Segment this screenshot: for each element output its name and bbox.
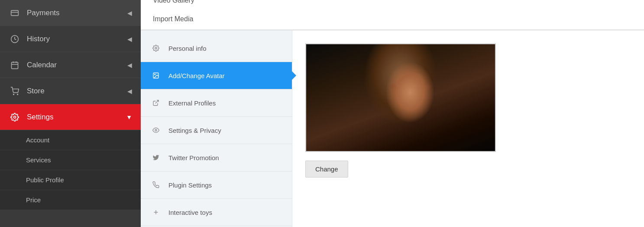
sidebar-sub-item-services[interactable]: Services [0, 150, 141, 170]
calendar-icon [9, 59, 21, 71]
sidebar-item-calendar[interactable]: Calendar ◀ [0, 52, 141, 78]
chevron-icon-payments: ◀ [127, 10, 132, 16]
panel-menu-label-settings-privacy: Settings & Privacy [168, 127, 221, 134]
panel-menu-item-settings-privacy[interactable]: Settings & Privacy [141, 117, 292, 144]
panel-menu-item-plugin-settings[interactable]: Plugin Settings [141, 171, 292, 199]
sidebar-label-calendar: Calendar [27, 61, 57, 69]
panel-menu-label-personal-info: Personal info [168, 45, 207, 52]
svg-point-7 [13, 94, 14, 95]
sidebar-label-payments: Payments [27, 9, 60, 17]
add-change-avatar-icon [149, 69, 162, 82]
panel-menu-item-twitter-promotion[interactable]: Twitter Promotion [141, 144, 292, 171]
svg-point-8 [17, 94, 18, 95]
svg-rect-3 [12, 62, 18, 69]
sidebar-sub-settings: AccountServicesPublic ProfilePrice [0, 130, 141, 210]
chevron-icon-calendar: ◀ [127, 62, 132, 69]
avatar-image-container [305, 43, 496, 152]
sidebar-label-history: History [27, 35, 50, 43]
sidebar-item-settings[interactable]: Settings ▼ [0, 104, 141, 130]
interactive-toys-icon [149, 206, 162, 219]
external-profiles-icon [149, 96, 162, 109]
sidebar-item-store[interactable]: Store ◀ [0, 78, 141, 104]
main-content: ProfilePhoto GalleryVideo GalleryImport … [141, 0, 644, 227]
plugin-settings-icon [149, 178, 162, 191]
content-area: Personal info Add/Change Avatar External… [141, 30, 644, 227]
panel-menu-label-add-change-avatar: Add/Change Avatar [168, 72, 225, 79]
panel-menu-label-external-profiles: External Profiles [168, 99, 216, 107]
panel-menu-item-add-change-avatar[interactable]: Add/Change Avatar [141, 62, 292, 89]
settings-privacy-icon [149, 124, 162, 137]
panel-menu: Personal info Add/Change Avatar External… [141, 30, 292, 227]
sidebar: Payments ◀ History ◀ Calendar ◀ Store ◀ … [0, 0, 141, 227]
svg-point-12 [155, 74, 155, 75]
tab-import-media[interactable]: Import Media [145, 11, 203, 30]
panel-menu-label-plugin-settings: Plugin Settings [168, 181, 212, 189]
tab-video-gallery[interactable]: Video Gallery [145, 0, 203, 12]
history-icon [9, 33, 21, 45]
panel-menu-label-interactive-toys: Interactive toys [168, 209, 212, 216]
settings-icon [9, 111, 21, 123]
panel-content: Change [292, 30, 644, 227]
sidebar-label-settings: Settings [27, 113, 53, 122]
twitter-promotion-icon [149, 151, 162, 164]
panel-menu-item-personal-info[interactable]: Personal info [141, 35, 292, 62]
avatar-image [306, 44, 495, 151]
panel-menu-item-external-profiles[interactable]: External Profiles [141, 89, 292, 117]
sidebar-sub-item-account[interactable]: Account [0, 130, 141, 150]
tabs-bar: ProfilePhoto GalleryVideo GalleryImport … [141, 0, 644, 30]
sidebar-label-store: Store [27, 87, 45, 95]
svg-rect-0 [11, 10, 19, 16]
sidebar-sub-item-public-profile[interactable]: Public Profile [0, 170, 141, 190]
sidebar-item-history[interactable]: History ◀ [0, 26, 141, 52]
change-button[interactable]: Change [305, 161, 348, 178]
panel-menu-label-twitter-promotion: Twitter Promotion [168, 154, 219, 161]
personal-info-icon [149, 42, 162, 55]
sidebar-sub-item-price[interactable]: Price [0, 190, 141, 210]
avatar-face [306, 44, 495, 151]
svg-point-9 [14, 116, 16, 118]
store-icon [9, 85, 21, 97]
payments-icon [9, 7, 21, 19]
chevron-icon-history: ◀ [127, 36, 132, 43]
svg-point-10 [155, 47, 157, 49]
sidebar-item-payments[interactable]: Payments ◀ [0, 0, 141, 26]
chevron-icon-settings: ▼ [126, 114, 132, 121]
svg-line-13 [155, 100, 159, 103]
chevron-icon-store: ◀ [127, 88, 132, 95]
svg-point-14 [155, 129, 157, 131]
panel-menu-item-interactive-toys[interactable]: Interactive toys [141, 199, 292, 226]
